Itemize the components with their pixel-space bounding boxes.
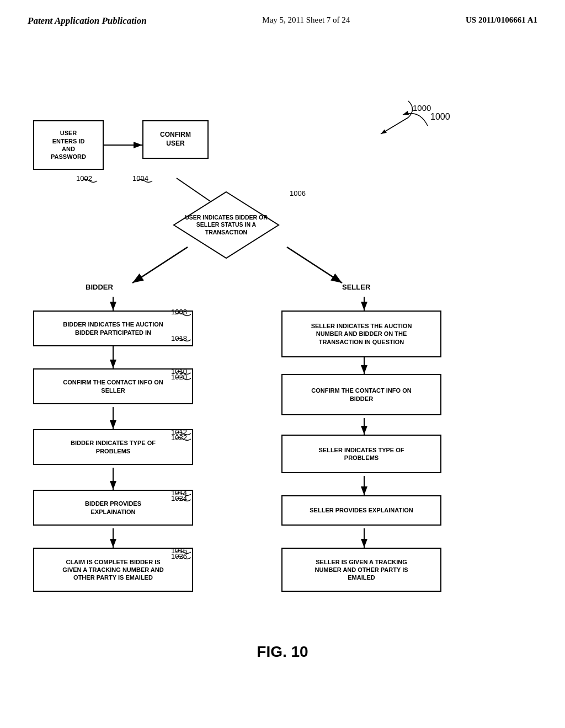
diamond-label: USER INDICATES BIDDER OR SELLER STATUS I…	[174, 192, 279, 258]
node-curves: 1000	[0, 32, 565, 683]
publication-label: Patent Application Publication	[28, 15, 147, 26]
page-header: Patent Application Publication May 5, 20…	[0, 0, 565, 26]
patent-number: US 2011/0106661 A1	[466, 15, 537, 25]
sheet-info: May 5, 2011 Sheet 7 of 24	[262, 15, 350, 25]
svg-line-17	[381, 117, 408, 134]
diagram-area: USER ENTERS ID AND PASSWORD CONFIRM USER…	[0, 32, 565, 683]
figure-caption: FIG. 10	[257, 643, 308, 661]
svg-text:1000: 1000	[413, 103, 431, 113]
